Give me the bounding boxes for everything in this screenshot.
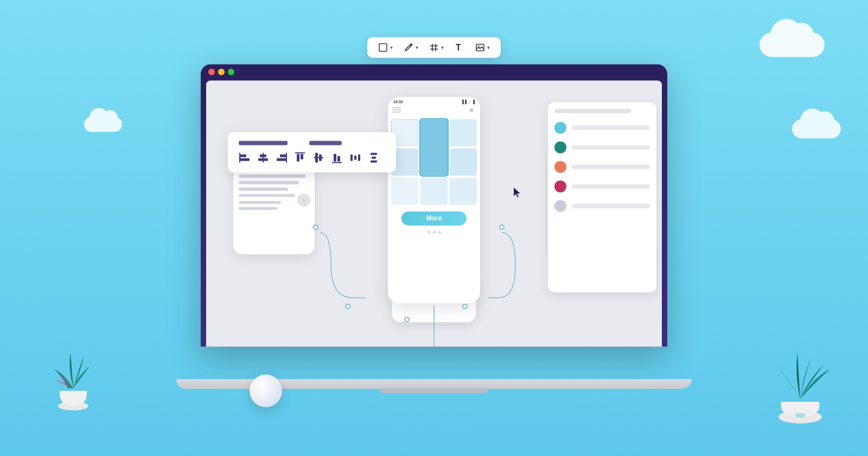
plant-right [765, 326, 835, 423]
color-row-gray [554, 200, 650, 212]
grid-cell-8 [450, 178, 477, 205]
phone-main-grid [388, 116, 480, 208]
dot-1 [427, 231, 430, 233]
swatch-orange[interactable] [554, 161, 566, 173]
svg-rect-29 [371, 153, 377, 155]
align-center-v-icon[interactable] [312, 151, 324, 163]
grid-cell-2-selected [420, 119, 448, 175]
svg-rect-23 [334, 154, 336, 161]
grid-chevron: ▾ [441, 45, 444, 50]
phone-dots [388, 229, 480, 236]
cloud-mid-right [792, 119, 841, 138]
swatch-pink[interactable] [554, 180, 566, 192]
swatch-line-blue [572, 125, 650, 130]
shape-tool-button[interactable]: ▾ [378, 42, 393, 52]
dot-3 [438, 231, 441, 233]
phone-main-time: 10:32 [393, 100, 403, 104]
color-panel [548, 102, 656, 292]
distribute-v-icon[interactable] [368, 151, 380, 163]
color-row-pink [554, 180, 650, 192]
swatch-line-gray [572, 204, 650, 208]
align-left-icon[interactable] [239, 151, 251, 163]
svg-rect-15 [277, 158, 286, 161]
laptop-hinge [380, 389, 488, 393]
cursor-arrow [513, 186, 524, 201]
phone-main-icons: ▌▌ ⌿ ▐ [462, 100, 475, 104]
align-icons-row [239, 151, 385, 163]
grid-cell-3 [450, 119, 477, 146]
svg-rect-18 [301, 154, 303, 159]
dot-2 [433, 231, 436, 233]
alignment-toolbar [228, 132, 396, 172]
swatch-teal[interactable] [554, 141, 566, 153]
distribute-h-icon[interactable] [349, 151, 361, 163]
plant-left [43, 326, 103, 413]
color-row-orange [554, 161, 650, 173]
align-top-icon[interactable] [294, 151, 306, 163]
phone-main-nav: ⊕ [388, 106, 480, 116]
color-row-blue [554, 122, 650, 134]
grid-cell-5 [450, 148, 477, 175]
svg-text:T: T [456, 43, 461, 52]
grid-cell-7 [420, 178, 448, 205]
pen-tool-button[interactable]: ▾ [404, 42, 418, 52]
pen-chevron: ▾ [416, 45, 418, 50]
node-4 [462, 303, 468, 309]
align-label-1 [239, 141, 288, 145]
image-chevron: ▾ [487, 45, 490, 50]
swatch-line-orange [572, 164, 650, 169]
close-button[interactable] [208, 68, 215, 75]
shape-chevron: ▾ [390, 45, 393, 50]
node-5 [499, 224, 505, 230]
node-3 [404, 316, 410, 322]
color-panel-header [554, 109, 631, 113]
phone-main-status: 10:32 ▌▌ ⌿ ▐ [388, 97, 480, 106]
svg-rect-9 [240, 158, 250, 161]
design-toolbar: ▾ ▾ ▾ T [367, 37, 501, 58]
align-label-2 [309, 141, 342, 145]
more-button[interactable]: More [401, 211, 467, 225]
node-2 [345, 303, 350, 309]
align-right-icon[interactable] [276, 151, 288, 163]
sphere-decoration [250, 375, 282, 407]
svg-rect-0 [379, 43, 387, 51]
laptop-bezel: 10:32 ▌▌ ⌿ ▐ [201, 64, 667, 346]
svg-rect-26 [350, 154, 353, 161]
svg-rect-27 [354, 155, 356, 160]
text-tool-button[interactable]: T [455, 42, 464, 52]
svg-rect-8 [240, 154, 246, 157]
color-row-teal [554, 141, 650, 153]
screen-content: 10:32 ▌▌ ⌿ ▐ [206, 80, 662, 346]
swatch-line-pink [572, 184, 650, 188]
cloud-top-right [760, 33, 825, 57]
svg-point-35 [795, 413, 806, 417]
cloud-left [84, 117, 122, 132]
next-button[interactable]: › [297, 193, 310, 206]
align-bottom-icon[interactable] [331, 151, 343, 163]
swatch-gray[interactable] [554, 200, 566, 212]
phone-main: 10:32 ▌▌ ⌿ ▐ ⊕ [388, 97, 480, 303]
svg-rect-31 [371, 160, 377, 162]
swatch-line-teal [572, 145, 650, 149]
svg-rect-17 [297, 154, 299, 161]
svg-rect-28 [358, 154, 360, 161]
svg-rect-24 [337, 156, 340, 161]
minimize-button[interactable] [218, 68, 225, 75]
maximize-button[interactable] [228, 68, 234, 75]
svg-rect-30 [372, 156, 376, 159]
swatch-blue[interactable] [554, 122, 566, 134]
align-center-h-icon[interactable] [257, 151, 269, 163]
laptop-screen: 10:32 ▌▌ ⌿ ▐ [206, 80, 662, 346]
laptop: ▾ ▾ ▾ T [190, 64, 678, 379]
grid-tool-button[interactable]: ▾ [429, 42, 444, 52]
image-tool-button[interactable]: ▾ [475, 42, 490, 52]
node-1 [313, 224, 318, 230]
traffic-lights [208, 68, 234, 75]
grid-cell-6 [391, 178, 418, 205]
svg-rect-14 [280, 154, 286, 157]
